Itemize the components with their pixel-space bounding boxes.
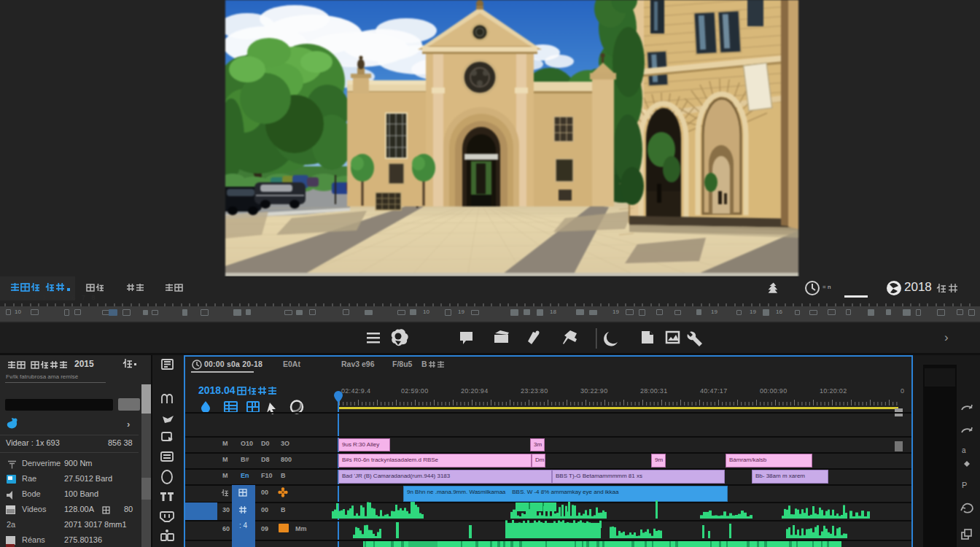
- svg-text:a: a: [962, 446, 966, 454]
- svg-text:= n: = n: [822, 284, 831, 290]
- svg-text:P: P: [962, 481, 967, 489]
